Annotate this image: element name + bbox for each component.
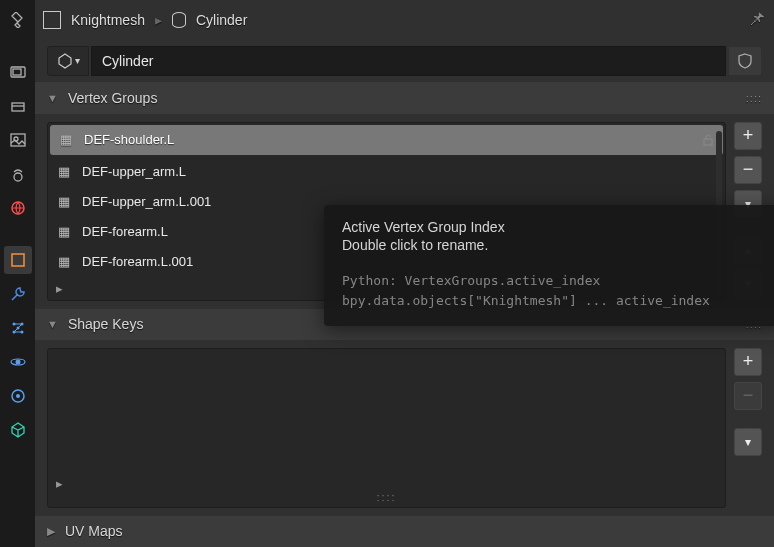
object-icon [43,11,61,29]
pin-icon[interactable]: 📌︎ [748,9,766,30]
disclosure-triangle-icon: ▼ [47,92,58,104]
physics-tab-icon[interactable] [4,348,32,376]
item-label: DEF-forearm.L.001 [82,254,193,269]
svg-point-16 [16,394,20,398]
datablock-row: ▾ [35,39,774,82]
lock-icon[interactable] [701,133,715,147]
item-label: DEF-upper_arm.L [82,164,186,179]
list-footer: ▸ :::: [48,472,725,507]
shape-key-list[interactable]: ▸ :::: [47,348,726,508]
tooltip-python: Python: VertexGroups.active_index bpy.da… [342,271,766,310]
expand-icon[interactable]: ▸ [56,281,63,296]
modifiers-tab-icon[interactable] [4,280,32,308]
shape-keys-body: ▸ :::: + − ▾ [35,340,774,516]
add-button[interactable]: + [734,348,762,376]
properties-main: Knightmesh ▸ Cylinder 📌︎ ▾ ▼ Vertex Grou… [35,0,774,547]
vertex-group-icon: ▦ [56,254,72,270]
render-tab-icon[interactable] [4,58,32,86]
vertex-group-icon: ▦ [56,194,72,210]
chevron-down-icon: ▾ [75,55,80,66]
svg-rect-17 [704,139,712,145]
disclosure-triangle-icon: ▶ [47,525,55,538]
vertex-group-icon: ▦ [56,164,72,180]
datablock-type-button[interactable]: ▾ [47,46,89,76]
svg-rect-7 [12,254,24,266]
drag-handle-icon[interactable]: :::: [746,92,762,104]
shape-key-side-buttons: + − ▾ [734,348,762,508]
mesh-icon [172,12,186,28]
breadcrumb-mesh[interactable]: Cylinder [196,12,247,28]
specials-menu-button[interactable]: ▾ [734,428,762,456]
add-button[interactable]: + [734,122,762,150]
uv-maps-header[interactable]: ▶ UV Maps [35,516,774,547]
resize-grip-icon[interactable]: :::: [56,491,717,503]
panel-title: Vertex Groups [68,90,158,106]
vertex-groups-header[interactable]: ▼ Vertex Groups :::: [35,82,774,113]
world-tab-icon[interactable] [4,194,32,222]
remove-button[interactable]: − [734,382,762,410]
object-data-tab-icon[interactable] [4,416,32,444]
remove-button[interactable]: − [734,156,762,184]
vertex-group-icon: ▦ [56,224,72,240]
vertex-group-icon: ▦ [58,132,74,148]
disclosure-triangle-icon: ▼ [47,318,58,330]
svg-point-13 [15,360,20,365]
item-label: DEF-forearm.L [82,224,168,239]
panel-title: Shape Keys [68,316,144,332]
particles-tab-icon[interactable] [4,314,32,342]
panel-title: UV Maps [65,523,123,539]
object-tab-icon[interactable] [4,246,32,274]
svg-rect-1 [13,69,21,75]
list-item[interactable]: ▦ DEF-upper_arm.L [48,157,725,187]
datablock-name-field[interactable] [91,46,726,76]
chevron-right-icon: ▸ [155,12,162,28]
item-label: DEF-shoulder.L [84,132,174,147]
svg-rect-2 [12,103,24,111]
svg-point-5 [14,173,22,181]
output-tab-icon[interactable] [4,92,32,120]
viewlayer-tab-icon[interactable] [4,126,32,154]
tooltip-subtitle: Double click to rename. [342,237,766,253]
expand-icon[interactable]: ▸ [56,476,63,491]
tool-tab-icon[interactable] [4,6,32,34]
breadcrumb: Knightmesh ▸ Cylinder 📌︎ [35,0,774,39]
tooltip-title: Active Vertex Group Index [342,219,766,235]
fake-user-toggle[interactable] [728,46,762,76]
item-label: DEF-upper_arm.L.001 [82,194,211,209]
scene-tab-icon[interactable] [4,160,32,188]
breadcrumb-object[interactable]: Knightmesh [71,12,145,28]
properties-tab-rail [0,0,35,547]
list-item[interactable]: ▦ DEF-shoulder.L [50,125,723,155]
constraints-tab-icon[interactable] [4,382,32,410]
tooltip: Active Vertex Group Index Double click t… [324,205,774,326]
